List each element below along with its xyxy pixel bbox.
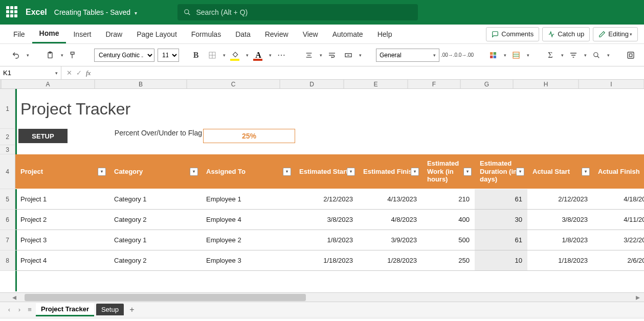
col-header[interactable]: E <box>344 80 408 88</box>
cell[interactable]: Category 2 <box>109 210 201 230</box>
cell[interactable]: 3/9/2023 <box>358 230 422 250</box>
tab-insert[interactable]: Insert <box>66 25 98 43</box>
catchup-button[interactable]: Catch up <box>542 27 590 41</box>
tab-formulas[interactable]: Formulas <box>184 25 228 43</box>
more-font-button[interactable]: ⋯ <box>275 49 288 62</box>
cell[interactable]: 4/8/2023 <box>358 210 422 230</box>
filter-icon[interactable]: ▾ <box>347 168 355 176</box>
col-header[interactable]: D <box>280 80 344 88</box>
tab-home[interactable]: Home <box>32 25 66 43</box>
wrap-text-button[interactable] <box>325 49 339 62</box>
filter-icon[interactable]: ▾ <box>411 168 419 176</box>
cell[interactable]: Employee 4 <box>201 210 294 230</box>
tab-draw[interactable]: Draw <box>98 25 129 43</box>
table-header[interactable]: Estimated Finish▾ <box>358 154 422 189</box>
cell[interactable]: 400 <box>422 210 475 230</box>
addins-button[interactable] <box>624 49 637 62</box>
filter-icon[interactable]: ▾ <box>190 168 198 176</box>
spreadsheet-grid[interactable]: 1 Project Tracker 2 SETUP Percent Over/U… <box>0 89 644 292</box>
row-header[interactable]: 8 <box>0 250 15 271</box>
autosum-button[interactable]: Σ <box>544 49 557 62</box>
filter-icon[interactable]: ▾ <box>463 168 472 176</box>
tab-automate[interactable]: Automate <box>325 25 370 43</box>
row-header[interactable]: 2 <box>0 129 15 145</box>
sheet-nav-prev[interactable]: ‹ <box>4 306 14 313</box>
fill-color-button[interactable] <box>229 49 242 62</box>
cell[interactable]: 1/28/2023 <box>358 250 422 271</box>
tab-file[interactable]: File <box>6 25 32 43</box>
sheet-tab-setup[interactable]: Setup <box>96 304 124 315</box>
flag-value-cell[interactable]: 25% <box>203 129 295 143</box>
table-header[interactable]: Project▾ <box>15 154 109 189</box>
cell[interactable]: 2/6/2023 <box>593 250 644 271</box>
comments-button[interactable]: Comments <box>486 27 539 41</box>
cell[interactable]: Employee 1 <box>201 189 294 210</box>
table-header[interactable]: Estimated Duration (in days)▾ <box>475 154 527 189</box>
cell[interactable]: 500 <box>422 230 475 250</box>
sheet-list-icon[interactable]: ≡ <box>25 306 35 313</box>
col-header[interactable]: H <box>513 80 579 88</box>
editing-button[interactable]: Editing▾ <box>593 27 638 41</box>
cell[interactable]: 1/8/2023 <box>294 230 358 250</box>
tab-page-layout[interactable]: Page Layout <box>129 25 184 43</box>
cell[interactable]: 10 <box>475 250 527 271</box>
col-header[interactable]: B <box>95 80 187 88</box>
undo-button[interactable] <box>9 49 23 62</box>
cell[interactable]: 2/12/2023 <box>294 189 358 210</box>
cell[interactable]: 4/18/2023 <box>593 189 644 210</box>
row-header[interactable]: 3 <box>0 145 15 154</box>
cell[interactable]: Project 1 <box>15 189 109 210</box>
table-header[interactable]: Category▾ <box>109 154 201 189</box>
row-header[interactable]: 7 <box>0 230 15 250</box>
app-launcher-icon[interactable] <box>6 6 18 18</box>
cell[interactable]: Project 2 <box>15 210 109 230</box>
number-format-select[interactable]: General▾ <box>376 49 439 62</box>
table-row[interactable]: 5 Project 1 Category 1 Employee 1 2/12/2… <box>0 189 644 210</box>
table-header[interactable]: Actual Start▾ <box>527 154 593 189</box>
cell[interactable]: 4/11/2023 <box>593 210 644 230</box>
horizontal-scrollbar[interactable]: ◂ ▸ <box>0 292 644 302</box>
cell[interactable]: 4/13/2023 <box>358 189 422 210</box>
cell[interactable]: 3/8/2023 <box>294 210 358 230</box>
decrease-decimal-button[interactable]: .00→.0 <box>442 49 456 62</box>
conditional-format-button[interactable] <box>486 49 500 62</box>
document-name[interactable]: Creating Tables - Saved▾ <box>54 8 137 16</box>
cell[interactable]: 250 <box>422 250 475 271</box>
filter-icon[interactable]: ▾ <box>98 168 106 176</box>
tab-help[interactable]: Help <box>370 25 399 43</box>
font-select[interactable]: Century Gothic ... <box>94 49 154 62</box>
fx-icon[interactable]: fx <box>86 69 91 77</box>
table-header[interactable]: Estimated Start▾ <box>294 154 358 189</box>
cell[interactable]: 30 <box>475 210 527 230</box>
table-row[interactable]: 8 Project 4 Category 2 Employee 3 1/18/2… <box>0 250 644 271</box>
cell[interactable]: Category 2 <box>109 250 201 271</box>
col-header[interactable]: C <box>187 80 280 88</box>
cell[interactable]: 1/18/2023 <box>294 250 358 271</box>
format-painter-button[interactable] <box>66 49 80 62</box>
add-sheet-button[interactable]: + <box>127 305 137 314</box>
align-center-button[interactable] <box>302 49 316 62</box>
increase-decimal-button[interactable]: .0→.00 <box>459 49 472 62</box>
cell[interactable]: 1/18/2023 <box>527 250 593 271</box>
name-box[interactable]: K1▾ <box>0 66 61 79</box>
col-header[interactable]: G <box>460 80 513 88</box>
sheet-nav-next[interactable]: › <box>14 306 25 313</box>
scroll-thumb[interactable] <box>25 294 306 301</box>
cell[interactable]: 1/8/2023 <box>527 230 593 250</box>
sort-filter-button[interactable] <box>567 49 580 62</box>
row-header[interactable]: 1 <box>0 89 15 129</box>
table-header[interactable]: Assigned To▾ <box>201 154 294 189</box>
table-row[interactable]: 6 Project 2 Category 2 Employee 4 3/8/20… <box>0 210 644 230</box>
cell[interactable]: Category 1 <box>109 230 201 250</box>
cell[interactable]: Employee 3 <box>201 250 294 271</box>
find-button[interactable] <box>590 49 603 62</box>
cell[interactable]: 61 <box>475 189 527 210</box>
cell[interactable]: 3/8/2023 <box>527 210 593 230</box>
col-header[interactable]: I <box>579 80 644 88</box>
filter-icon[interactable]: ▾ <box>582 168 590 176</box>
table-header[interactable]: Actual Finish▾ <box>593 154 644 189</box>
cell[interactable]: 3/22/2023 <box>593 230 644 250</box>
search-input[interactable]: Search (Alt + Q) <box>177 4 418 20</box>
filter-icon[interactable]: ▾ <box>283 168 291 176</box>
setup-button[interactable]: SETUP <box>18 129 68 143</box>
